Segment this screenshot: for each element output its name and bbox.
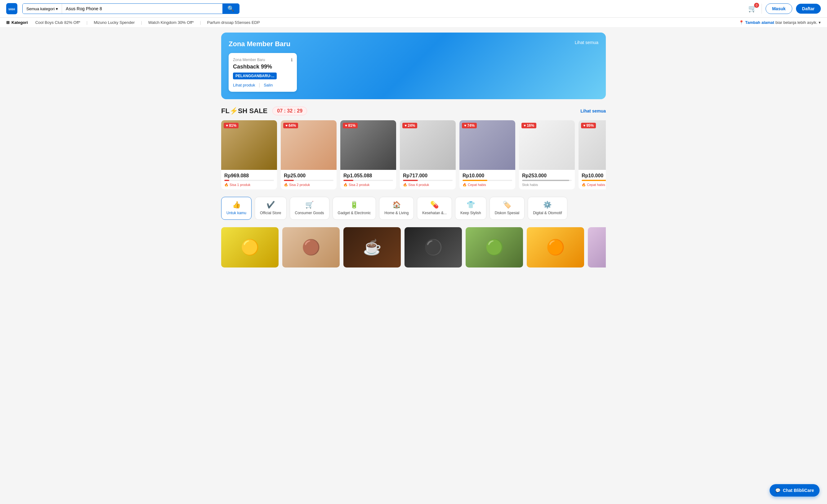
cat-tab-label: Gadget & Electronic — [338, 211, 371, 216]
chevron-down-icon-address: ▾ — [819, 20, 821, 25]
search-input[interactable] — [62, 4, 223, 14]
bottom-product-card[interactable]: 🟣 — [588, 227, 606, 268]
product-image: ♥ 74% — [459, 120, 515, 170]
discount-value: 16% — [527, 123, 534, 128]
category-select[interactable]: Semua kategori ▾ — [22, 4, 62, 14]
cat-tab-icon: 🏠 — [392, 201, 401, 209]
discount-badge: ♥ 24% — [402, 123, 417, 128]
search-icon: 🔍 — [227, 6, 234, 12]
grid-icon: ⊞ — [6, 20, 10, 25]
category-tab-untuk-kamu[interactable]: 👍 Untuk kamu — [221, 197, 252, 220]
product-icon: ☕ — [363, 239, 382, 256]
cat-tab-label: Kesehatan &... — [422, 211, 447, 216]
discount-value: 95% — [586, 123, 594, 128]
bottom-products: 🟡 🟤 ☕ ⚫ 🟢 🟠 🟣 — [221, 227, 606, 268]
kategori-button[interactable]: ⊞ Kategori — [6, 20, 28, 25]
category-tab-gadget-electronic[interactable]: 🔋 Gadget & Electronic — [333, 197, 376, 220]
category-tab-official-store[interactable]: ✔️ Official Store — [255, 197, 286, 220]
bottom-product-card[interactable]: 🟢 — [466, 227, 523, 268]
cat-tab-label: Keep Stylish — [460, 211, 481, 216]
stock-status: Stok habis — [522, 183, 572, 186]
category-tab-digital-otomotif[interactable]: ⚙️ Digital & Otomotif — [528, 197, 567, 220]
flash-sale-header: FL ⚡ SH SALE 07 : 32 : 29 Lihat semua — [221, 107, 606, 115]
address-sub: biar belanja lebih asyik. — [776, 20, 817, 25]
masuk-button[interactable]: Masuk — [766, 3, 792, 14]
cat-tab-icon: 👍 — [232, 201, 241, 209]
daftar-button[interactable]: Daftar — [796, 4, 821, 14]
salin-button[interactable]: Salin — [264, 82, 273, 88]
nav-sep-1: | — [87, 20, 88, 25]
stock-bar — [284, 180, 334, 181]
heart-icon: ♥ — [226, 123, 228, 128]
product-image: ♥ 81% — [340, 120, 396, 170]
category-tab-keep-stylish[interactable]: 👕 Keep Stylish — [455, 197, 486, 220]
flash-product-card[interactable]: ♥ 74% Rp10.000 🔥 Cepat habis — [459, 120, 515, 189]
bottom-product-card[interactable]: ☕ — [343, 227, 401, 268]
search-button[interactable]: 🔍 — [223, 4, 239, 14]
location-icon: 📍 — [739, 20, 744, 25]
flash-product-card[interactable]: ♥ 81% Rp969.088 🔥 Sisa 1 produk — [221, 120, 277, 189]
product-icon: 🟡 — [241, 239, 259, 256]
flash-product-card[interactable]: ♥ 95% › Rp10.000 🔥 Cepat habis — [579, 120, 606, 189]
nav-link-2[interactable]: Mizuno Lucky Spender — [94, 20, 135, 25]
discount-badge: ♥ 81% — [343, 123, 358, 128]
product-image: ♥ 16% — [519, 120, 575, 170]
lihat-produk-button[interactable]: Lihat produk — [233, 82, 255, 88]
category-tab-diskon-spesial[interactable]: 🏷️ Diskon Spesial — [489, 197, 525, 220]
zona-member-card: Zona Member Baru ℹ Cashback 99% PELANGGA… — [229, 53, 297, 92]
flash-lihat-semua[interactable]: Lihat semua — [580, 109, 606, 113]
bottom-product-card[interactable]: 🟠 — [527, 227, 584, 268]
nav-link-1[interactable]: Cool Boys Club 82% Off* — [35, 20, 80, 25]
stock-bar — [403, 180, 452, 181]
category-tab-kesehatan[interactable]: 💊 Kesehatan &... — [417, 197, 452, 220]
cat-tab-label: Diskon Spesial — [495, 211, 519, 216]
address-section[interactable]: 📍 Tambah alamat biar belanja lebih asyik… — [739, 20, 821, 25]
stock-status: 🔥 Sisa 2 produk — [343, 183, 393, 187]
zona-lihat-semua[interactable]: Lihat semua — [575, 40, 598, 45]
bottom-product-image: 🟣 — [588, 227, 606, 268]
divider — [762, 4, 762, 14]
heart-icon: ♥ — [404, 123, 407, 128]
product-price: Rp25.000 — [284, 173, 334, 178]
flash-product-card[interactable]: ♥ 16% Rp253.000 Stok habis — [519, 120, 575, 189]
zona-actions: Lihat produk | Salin — [233, 82, 293, 88]
product-info: Rp253.000 Stok habis — [519, 170, 575, 189]
chevron-down-icon: ▾ — [56, 6, 58, 11]
main-content: Zona Member Baru Lihat semua Zona Member… — [215, 27, 612, 273]
nav-link-4[interactable]: Parfum drsoap 5Senses EDP — [207, 20, 260, 25]
product-icon: ⚫ — [424, 239, 443, 256]
zona-member-title: Zona Member Baru — [229, 40, 598, 48]
sale-text: SH SALE — [238, 107, 267, 115]
cat-tab-icon: 💊 — [430, 201, 439, 209]
heart-icon: ♥ — [464, 123, 466, 128]
flash-product-card[interactable]: ♥ 64% Rp25.000 🔥 Sisa 2 produk — [281, 120, 337, 189]
stock-bar — [522, 180, 572, 181]
flash-sale-products: ♥ 81% Rp969.088 🔥 Sisa 1 produk ♥ 64% — [221, 120, 606, 189]
category-tab-consumer-goods[interactable]: 🛒 Consumer Goods — [290, 197, 330, 220]
cat-tab-icon: 👕 — [467, 201, 475, 209]
product-image: ♥ 24% — [400, 120, 456, 170]
bottom-product-card[interactable]: 🟤 — [282, 227, 340, 268]
flash-product-card[interactable]: ♥ 24% Rp717.000 🔥 Sisa 4 produk — [400, 120, 456, 189]
nav-link-3[interactable]: Watch Kingdom 30% Off* — [148, 20, 194, 25]
category-select-label: Semua kategori — [27, 6, 55, 11]
bottom-product-image: 🟠 — [527, 227, 584, 268]
bottom-product-image: ⚫ — [404, 227, 462, 268]
stock-bar — [343, 180, 393, 181]
bottom-product-card[interactable]: 🟡 — [221, 227, 279, 268]
bottom-product-card[interactable]: ⚫ — [404, 227, 462, 268]
logo: blibli — [6, 3, 17, 14]
product-image: ♥ 81% — [221, 120, 277, 170]
flash-product-card[interactable]: ♥ 81% Rp1.055.088 🔥 Sisa 2 produk — [340, 120, 396, 189]
product-price: Rp717.000 — [403, 173, 452, 178]
lightning-icon: ⚡ — [230, 107, 238, 115]
category-tab-home-living[interactable]: 🏠 Home & Living — [379, 197, 414, 220]
search-bar: Semua kategori ▾ 🔍 — [22, 3, 240, 14]
product-price: Rp969.088 — [224, 173, 274, 178]
header-actions: 🛒 0 Masuk Daftar — [747, 3, 821, 14]
zona-card-label: Zona Member Baru — [233, 58, 265, 62]
nav-sep-2: | — [141, 20, 142, 25]
cat-tab-label: Official Store — [260, 211, 281, 216]
cart-button[interactable]: 🛒 0 — [747, 3, 758, 14]
product-icon: 🟤 — [302, 239, 321, 256]
